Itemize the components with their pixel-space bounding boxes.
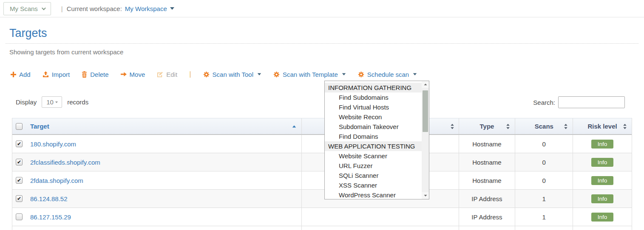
search-controls: Search: <box>533 96 625 108</box>
scan-tool-option[interactable]: URL Fuzzer <box>325 161 422 171</box>
targets-page: My Scans | Current workspace: My Workspa… <box>0 0 644 230</box>
type-header-label: Type <box>480 123 494 130</box>
arrow-right-icon <box>121 71 127 77</box>
scans-cell: 0 <box>515 171 573 189</box>
my-scans-label: My Scans <box>10 5 38 12</box>
select-all-checkbox[interactable] <box>16 123 23 130</box>
page-subtitle: Showing targets from current workspace <box>9 48 123 56</box>
table-row-partial <box>12 226 632 230</box>
sort-icon <box>506 123 510 129</box>
row-checkbox[interactable] <box>16 159 23 165</box>
upload-icon <box>43 71 49 78</box>
search-input[interactable] <box>558 96 625 108</box>
scrollbar-thumb[interactable] <box>423 90 428 132</box>
page-size-value: 10 <box>46 98 54 106</box>
type-cell: Hostname <box>459 135 516 153</box>
table-row: 2fclassifieds.shopify.com Hostname 0 Inf… <box>12 153 632 171</box>
sort-icon <box>564 123 568 129</box>
scan-with-tool-label: Scan with Tool <box>213 71 253 78</box>
title-divider <box>6 43 638 44</box>
type-cell: Hostname <box>459 153 516 171</box>
row-checkbox[interactable] <box>16 140 23 147</box>
scans-cell: 0 <box>515 135 573 153</box>
workspace-selector[interactable]: My Workspace <box>125 5 174 12</box>
target-link[interactable]: 86.124.88.52 <box>30 195 68 202</box>
risk-column-header[interactable]: Risk level <box>573 118 632 134</box>
scan-tool-option[interactable]: XSS Scanner <box>325 180 422 190</box>
scan-with-template-button[interactable]: Scan with Template <box>273 71 346 78</box>
type-cell: Hostname <box>459 171 516 189</box>
scans-column-header[interactable]: Scans <box>515 118 573 134</box>
table-header-row: Target Type Scans Risk level <box>12 118 632 135</box>
caret-down-icon <box>413 73 417 75</box>
dropdown-group-label: WEB APPLICATION TESTING <box>325 141 422 151</box>
add-label: Add <box>19 71 31 78</box>
caret-down-icon <box>170 7 174 10</box>
scan-tool-option[interactable]: Subdomain Takeover <box>325 122 422 132</box>
scan-tool-option[interactable]: Find Virtual Hosts <box>325 102 422 112</box>
import-button[interactable]: Import <box>43 71 70 78</box>
scan-tool-option[interactable]: Find Domains <box>325 132 422 141</box>
add-button[interactable]: Add <box>11 71 31 78</box>
scan-tool-option[interactable]: Find Subdomains <box>325 93 422 102</box>
target-header-label: Target <box>30 123 49 130</box>
row-checkbox[interactable] <box>16 195 23 202</box>
target-column-header[interactable]: Target <box>26 118 302 134</box>
risk-badge: Info <box>591 176 614 185</box>
scans-cell: 1 <box>515 208 573 226</box>
target-link[interactable]: 86.127.155.29 <box>30 213 71 221</box>
import-label: Import <box>52 71 70 78</box>
scans-header-label: Scans <box>535 123 553 130</box>
move-label: Move <box>130 71 145 78</box>
move-button[interactable]: Move <box>121 71 145 78</box>
type-column-header[interactable]: Type <box>459 118 516 134</box>
scan-tool-option[interactable]: SQLi Scanner <box>325 171 422 180</box>
scan-tool-dropdown: INFORMATION GATHERING Find Subdomains Fi… <box>324 81 429 199</box>
schedule-scan-label: Schedule scan <box>367 71 409 78</box>
scan-with-template-label: Scan with Template <box>283 71 338 78</box>
dropdown-group-label: INFORMATION GATHERING <box>325 83 422 93</box>
target-link[interactable]: 180.shopify.com <box>30 140 76 148</box>
scan-tool-option[interactable]: Website Scanner <box>325 151 422 161</box>
workspace-label: Current workspace: <box>67 5 122 12</box>
risk-badge: Info <box>591 140 614 149</box>
type-cell: IP Address <box>459 190 516 208</box>
risk-badge: Info <box>591 213 614 222</box>
select-arrow-icon <box>55 101 58 103</box>
sort-icon <box>450 123 454 129</box>
records-label: records <box>67 98 88 106</box>
plus-icon <box>11 72 16 77</box>
dropdown-scrollbar[interactable] <box>422 81 429 199</box>
edit-button[interactable]: Edit <box>157 71 177 78</box>
chevron-down-icon <box>42 6 46 10</box>
sort-icon <box>623 123 627 129</box>
scan-tool-option[interactable]: Website Recon <box>325 112 422 122</box>
risk-badge: Info <box>591 194 614 203</box>
scan-with-tool-button[interactable]: Scan with Tool <box>203 71 261 78</box>
row-checkbox[interactable] <box>16 213 23 220</box>
edit-pencil-icon <box>157 71 163 78</box>
delete-button[interactable]: Delete <box>82 71 108 78</box>
scan-tool-option[interactable]: WordPress Scanner <box>325 190 422 199</box>
sort-ascending-icon <box>292 125 296 127</box>
display-label: Display <box>16 98 37 106</box>
schedule-scan-button[interactable]: Schedule scan <box>358 71 417 78</box>
target-link[interactable]: 2fclassifieds.shopify.com <box>30 159 100 166</box>
my-scans-button[interactable]: My Scans <box>3 2 51 15</box>
table-row: 86.127.155.29 IP Address 1 Info <box>12 208 632 226</box>
topbar-separator: | <box>61 5 63 12</box>
table-row: 2fdata.shopify.com Hostname 0 Info <box>12 171 632 190</box>
targets-table: Target Type Scans Risk level 180.shopify… <box>12 118 632 230</box>
gear-icon <box>273 71 280 78</box>
scroll-down-button[interactable] <box>422 192 429 199</box>
scroll-up-button[interactable] <box>422 81 429 88</box>
page-size-controls: Display 10 records <box>16 96 88 108</box>
gear-icon <box>203 71 210 78</box>
scans-cell: 1 <box>515 190 573 208</box>
page-size-select[interactable]: 10 <box>42 96 62 108</box>
table-row: 180.shopify.com Hostname 0 Info <box>12 135 632 153</box>
caret-down-icon <box>258 73 261 75</box>
risk-badge: Info <box>591 158 614 167</box>
row-checkbox[interactable] <box>16 177 23 184</box>
target-link[interactable]: 2fdata.shopify.com <box>30 177 83 184</box>
